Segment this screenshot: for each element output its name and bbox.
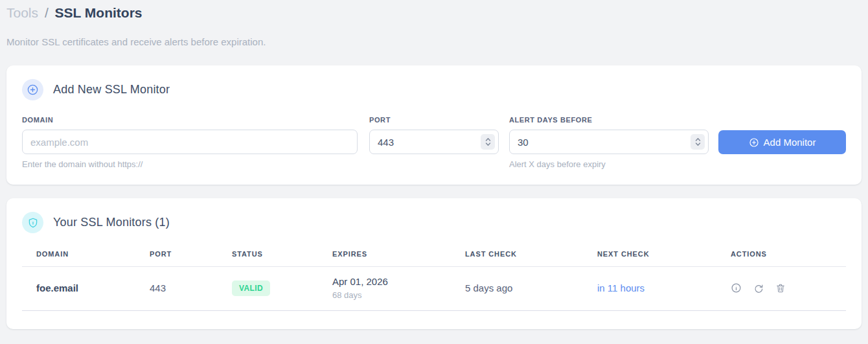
monitors-title: Your SSL Monitors (1) (53, 216, 170, 229)
domain-field-group: DOMAIN Enter the domain without https:// (22, 116, 358, 169)
monitors-card-header: Your SSL Monitors (1) (22, 212, 846, 233)
alert-days-input[interactable] (509, 130, 709, 154)
info-button[interactable] (731, 282, 742, 293)
port-field-group: PORT (369, 116, 499, 154)
add-monitor-button-label: Add Monitor (764, 137, 816, 148)
column-header-status: STATUS (218, 246, 318, 267)
expires-days-remaining: 68 days (332, 290, 451, 300)
column-header-port: PORT (135, 246, 218, 267)
add-monitor-card-header: Add New SSL Monitor (22, 79, 846, 100)
alert-days-helper: Alert X days before expiry (509, 159, 709, 169)
column-header-next-check: NEXT CHECK (583, 246, 716, 267)
monitor-expires-cell: Apr 01, 2026 68 days (318, 267, 451, 311)
column-header-last-check: LAST CHECK (451, 246, 583, 267)
column-header-expires: EXPIRES (318, 246, 451, 267)
page-subtitle: Monitor SSL certificates and receive ale… (6, 36, 862, 47)
table-header-row: DOMAIN PORT STATUS EXPIRES LAST CHECK NE… (22, 246, 846, 267)
port-stepper[interactable] (481, 134, 495, 150)
breadcrumb-separator: / (42, 5, 51, 20)
breadcrumb-section[interactable]: Tools (6, 5, 38, 20)
monitor-domain: foe.email (22, 267, 135, 311)
add-monitor-form: DOMAIN Enter the domain without https://… (22, 116, 846, 169)
refresh-button[interactable] (753, 282, 764, 293)
monitors-table: DOMAIN PORT STATUS EXPIRES LAST CHECK NE… (22, 246, 846, 311)
monitor-status-cell: VALID (218, 267, 318, 311)
alert-days-stepper[interactable] (691, 134, 705, 150)
monitor-next-check: in 11 hours (583, 267, 716, 311)
domain-helper: Enter the domain without https:// (22, 159, 358, 169)
add-monitor-title: Add New SSL Monitor (53, 83, 170, 97)
monitor-port: 443 (135, 267, 218, 311)
status-badge: VALID (232, 281, 270, 296)
plus-circle-icon (22, 79, 43, 100)
monitor-last-check: 5 days ago (451, 267, 583, 311)
submit-column: Add Monitor (718, 116, 846, 154)
column-header-actions: ACTIONS (716, 246, 846, 267)
port-label: PORT (369, 116, 499, 124)
table-row: foe.email 443 VALID Apr 01, 2026 68 days… (22, 267, 846, 311)
port-input[interactable] (369, 130, 499, 154)
monitor-actions-cell (716, 267, 846, 311)
breadcrumb: Tools / SSL Monitors (6, 0, 862, 22)
domain-input[interactable] (22, 130, 358, 154)
page: Tools / SSL Monitors Monitor SSL certifi… (0, 0, 868, 344)
delete-button[interactable] (775, 282, 786, 293)
alert-days-label: ALERT DAYS BEFORE (509, 116, 709, 124)
plus-circle-icon (749, 137, 759, 148)
page-title: SSL Monitors (55, 5, 143, 20)
domain-label: DOMAIN (22, 116, 358, 124)
alert-days-field-group: ALERT DAYS BEFORE Alert X days before ex… (509, 116, 709, 169)
monitors-card: Your SSL Monitors (1) DOMAIN PORT STATUS… (6, 198, 862, 329)
column-header-domain: DOMAIN (22, 246, 135, 267)
shield-icon (22, 212, 43, 233)
expires-date: Apr 01, 2026 (332, 276, 451, 287)
add-monitor-card: Add New SSL Monitor DOMAIN Enter the dom… (6, 65, 862, 185)
add-monitor-button[interactable]: Add Monitor (718, 130, 846, 154)
